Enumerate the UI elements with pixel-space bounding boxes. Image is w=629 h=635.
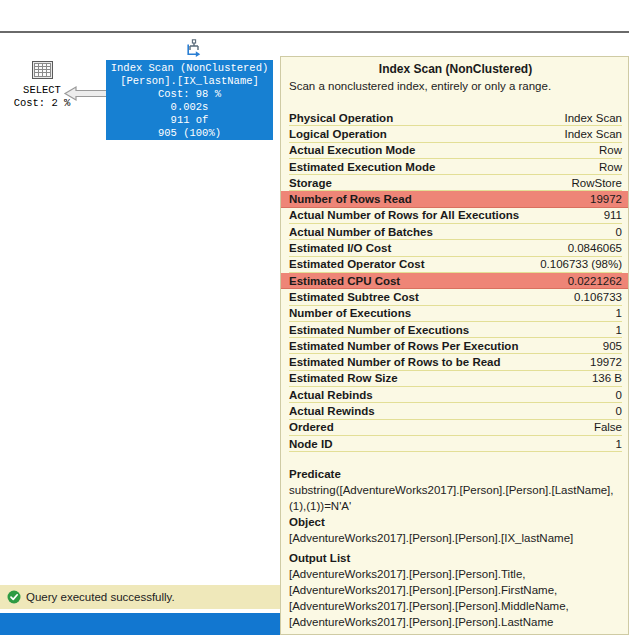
connection-status-bar [0, 613, 280, 635]
tooltip-row: OrderedFalse [289, 420, 622, 436]
scan-node-time: 0.002s [106, 101, 273, 114]
scan-node-object: [Person].[IX_lastName] [106, 75, 273, 88]
tooltip-row: Estimated Number of Rows to be Read19972 [289, 354, 622, 370]
query-status-bar: Query executed successfully. [0, 585, 280, 609]
scan-node-rows-actual: 911 of [106, 114, 273, 127]
tooltip-row: Actual Number of Batches0 [289, 224, 622, 240]
operator-tooltip: Index Scan (NonClustered) Scan a nonclus… [280, 56, 629, 635]
tooltip-row: Estimated Number of Rows Per Execution90… [289, 338, 622, 354]
scan-node-rows-estimated: 905 (100%) [106, 127, 273, 140]
tooltip-section-output-list: Output List [AdventureWorks2017].[Person… [289, 550, 622, 630]
tooltip-subtitle: Scan a nonclustered index, entirely or o… [289, 79, 622, 93]
tooltip-row: Estimated Row Size136 B [289, 371, 622, 387]
tooltip-properties: Physical OperationIndex Scan Logical Ope… [289, 110, 622, 452]
tooltip-sections: Predicate substring([AdventureWorks2017]… [289, 466, 622, 630]
tooltip-row: Estimated Subtree Cost0.106733 [289, 289, 622, 305]
tooltip-row: Node ID1 [289, 436, 622, 452]
tooltip-row: Actual Number of Rows for All Executions… [289, 208, 622, 224]
plan-cursor-icon [185, 39, 203, 58]
tooltip-title: Index Scan (NonClustered) [289, 62, 622, 77]
tooltip-row: Estimated Operator Cost0.106733 (98%) [289, 257, 622, 273]
tooltip-row: Estimated I/O Cost0.0846065 [289, 240, 622, 256]
tooltip-row: StorageRowStore [289, 175, 622, 191]
query-text-header: Query 1: Query cost (relative to the bat… [0, 0, 629, 33]
plan-node-index-scan[interactable]: Index Scan (NonClustered) [Person].[IX_l… [106, 60, 273, 140]
tooltip-row: Logical OperationIndex Scan [289, 126, 622, 142]
tooltip-row: Actual Rebinds0 [289, 387, 622, 403]
tooltip-section-predicate: Predicate substring([AdventureWorks2017]… [289, 466, 622, 514]
status-message: Query executed successfully. [26, 591, 175, 603]
tooltip-row: Actual Execution ModeRow [289, 143, 622, 159]
tooltip-row: Physical OperationIndex Scan [289, 110, 622, 126]
scan-node-cost: Cost: 98 % [106, 88, 273, 101]
execution-plan-window: Query 1: Query cost (relative to the bat… [0, 0, 629, 635]
tooltip-section-object: Object [AdventureWorks2017].[Person].[Pe… [289, 514, 622, 546]
scan-node-title: Index Scan (NonClustered) [106, 62, 273, 75]
tooltip-row-highlighted: Estimated CPU Cost0.0221262 [281, 273, 628, 289]
tooltip-row: Actual Rewinds0 [289, 403, 622, 419]
tooltip-row-highlighted: Number of Rows Read19972 [281, 191, 628, 207]
tooltip-row: Estimated Execution ModeRow [289, 159, 622, 175]
result-table-icon [32, 61, 53, 79]
plan-arrow[interactable] [63, 85, 108, 102]
success-check-icon [7, 590, 21, 604]
tooltip-row: Estimated Number of Executions1 [289, 322, 622, 338]
tooltip-row: Number of Executions1 [289, 306, 622, 322]
